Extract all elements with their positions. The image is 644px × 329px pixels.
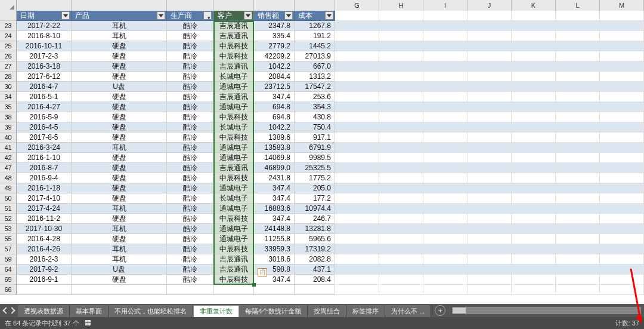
cell-product[interactable]: 硬盘 [72, 51, 167, 62]
empty-cell[interactable] [600, 31, 644, 41]
cell-date[interactable]: 2016-9-1 [17, 275, 72, 285]
empty-cell[interactable] [423, 254, 467, 265]
cell-date[interactable]: 2016-4-5 [17, 122, 72, 133]
empty-cell[interactable] [423, 183, 467, 193]
cell-maker[interactable]: 酷冷 [167, 193, 213, 204]
empty-cell[interactable] [467, 244, 512, 254]
empty-cell[interactable] [467, 234, 512, 244]
empty-cell[interactable] [423, 214, 467, 224]
cell-maker[interactable]: 酷冷 [167, 143, 213, 153]
empty-cell[interactable] [379, 153, 423, 163]
empty-cell[interactable] [600, 173, 644, 183]
empty-cell[interactable] [335, 112, 379, 122]
cell-product[interactable]: U盘 [72, 82, 167, 92]
empty-cell[interactable] [512, 51, 556, 62]
row-number[interactable]: 57 [0, 244, 17, 254]
empty-cell[interactable] [512, 244, 556, 254]
cell-maker[interactable]: 酷冷 [167, 163, 213, 173]
cell-product[interactable]: 硬盘 [72, 122, 167, 133]
cell-maker[interactable]: 酷冷 [167, 234, 213, 244]
empty-cell[interactable] [600, 193, 644, 204]
empty-cell[interactable] [335, 51, 379, 62]
cell-cost[interactable]: 208.4 [295, 275, 335, 285]
col-letter[interactable] [72, 0, 167, 11]
empty-cell[interactable] [379, 122, 423, 133]
filter-dropdown-icon[interactable] [284, 11, 293, 20]
cell-cost[interactable]: 177.2 [295, 193, 335, 204]
cell-cost[interactable]: 10974.4 [295, 204, 335, 214]
row-number[interactable]: 51 [0, 204, 17, 214]
empty-cell[interactable] [423, 133, 467, 143]
cell-date[interactable]: 2016-5-1 [17, 92, 72, 102]
cell-sales[interactable]: 694.8 [254, 112, 295, 122]
empty-cell[interactable] [467, 11, 512, 21]
empty-cell[interactable] [600, 234, 644, 244]
cell-maker[interactable]: 酷冷 [167, 224, 213, 234]
cell-product[interactable]: 硬盘 [72, 133, 167, 143]
cell-date[interactable]: 2017-8-5 [17, 133, 72, 143]
row-number[interactable]: 48 [0, 173, 17, 183]
cell-maker[interactable]: 酷冷 [167, 214, 213, 224]
empty-cell[interactable] [379, 21, 423, 31]
empty-cell[interactable] [512, 122, 556, 133]
cell-product[interactable]: 硬盘 [72, 183, 167, 193]
row-number[interactable]: 53 [0, 224, 17, 234]
empty-cell[interactable] [600, 21, 644, 31]
empty-cell[interactable] [512, 173, 556, 183]
cell-cost[interactable]: 354.3 [295, 102, 335, 112]
cell-date[interactable]: 2016-8-7 [17, 163, 72, 173]
cell-sales[interactable]: 1042.2 [254, 62, 295, 72]
cell-sales[interactable]: 2347.8 [254, 21, 295, 31]
empty-cell[interactable] [423, 92, 467, 102]
empty-cell[interactable] [600, 82, 644, 92]
empty-cell[interactable] [556, 51, 600, 62]
cell-product[interactable]: 硬盘 [72, 173, 167, 183]
empty-cell[interactable] [556, 285, 600, 295]
cell-customer[interactable]: 中辰科技 [213, 112, 254, 122]
cell-sales[interactable]: 42209.2 [254, 51, 295, 62]
empty-cell[interactable] [335, 265, 379, 275]
empty-cell[interactable] [335, 244, 379, 254]
empty-cell[interactable] [335, 193, 379, 204]
cell[interactable] [17, 285, 72, 295]
cell-maker[interactable]: 酷冷 [167, 122, 213, 133]
empty-cell[interactable] [423, 193, 467, 204]
empty-cell[interactable] [600, 143, 644, 153]
empty-cell[interactable] [379, 62, 423, 72]
empty-cell[interactable] [335, 204, 379, 214]
cell-maker[interactable]: 酷冷 [167, 92, 213, 102]
empty-cell[interactable] [600, 285, 644, 295]
row-number[interactable]: 38 [0, 112, 17, 122]
empty-cell[interactable] [335, 122, 379, 133]
row-number[interactable]: 23 [0, 21, 17, 31]
cell-date[interactable]: 2017-2-3 [17, 51, 72, 62]
selection-fill-handle-icon[interactable] [252, 283, 256, 287]
cell-product[interactable]: 耳机 [72, 31, 167, 41]
col-letter-M[interactable]: M [600, 0, 644, 11]
empty-cell[interactable] [512, 204, 556, 214]
cell-sales[interactable]: 335.4 [254, 31, 295, 41]
add-sheet-button[interactable]: + [435, 305, 445, 316]
cell-date[interactable]: 2016-1-18 [17, 183, 72, 193]
row-number[interactable]: 66 [0, 285, 17, 295]
empty-cell[interactable] [467, 21, 512, 31]
empty-cell[interactable] [423, 224, 467, 234]
col-letter-H[interactable]: H [379, 0, 423, 11]
empty-cell[interactable] [512, 21, 556, 31]
row-number[interactable]: 42 [0, 153, 17, 163]
sheet-tab[interactable]: 透视表数据源 [18, 305, 70, 317]
empty-cell[interactable] [600, 62, 644, 72]
empty-cell[interactable] [467, 204, 512, 214]
cell-maker[interactable]: 酷冷 [167, 21, 213, 31]
empty-cell[interactable] [467, 153, 512, 163]
filter-dropdown-icon[interactable] [325, 11, 333, 20]
empty-cell[interactable] [556, 275, 600, 285]
cell-cost[interactable]: 13281.8 [295, 224, 335, 234]
cell-customer[interactable]: 吉辰通讯 [213, 62, 254, 72]
empty-cell[interactable] [379, 82, 423, 92]
row-number[interactable]: 64 [0, 265, 17, 275]
row-number[interactable]: 24 [0, 31, 17, 41]
cell-customer[interactable]: 长城电子 [213, 122, 254, 133]
cell-cost[interactable]: 917.1 [295, 133, 335, 143]
cell-sales[interactable]: 694.8 [254, 102, 295, 112]
